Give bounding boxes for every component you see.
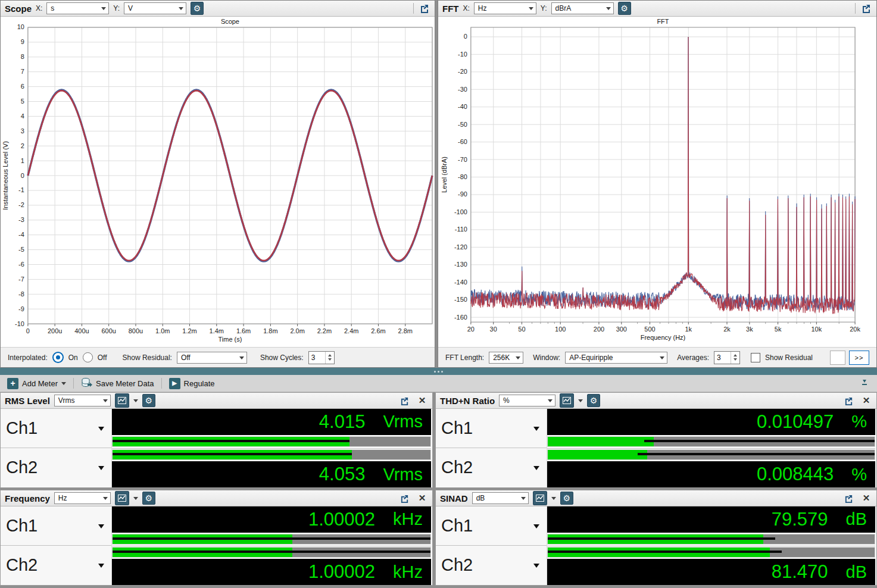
spinner-buttons[interactable] [731,352,739,364]
meter-header: RMS Level Vrms ⚙ ✕ [1,393,432,409]
save-data-icon [81,377,92,390]
channel-selector-ch2[interactable]: Ch2 [436,448,547,487]
level-bar-ch2 [112,547,431,558]
close-icon[interactable]: ✕ [860,492,872,504]
meter-style-button[interactable] [533,491,547,505]
level-bar-ch2 [112,449,431,460]
meter-style-button[interactable] [560,393,574,408]
meter-title: RMS Level [5,396,50,406]
svg-text:-6: -6 [18,261,24,268]
meter-settings-button[interactable]: ⚙ [142,394,155,407]
averages-input[interactable]: 3 [714,351,740,364]
interpolated-label: Interpolated: [8,354,48,362]
meter-value: 79.579 [772,509,828,530]
gear-icon: ⚙ [563,494,570,502]
svg-text:-8: -8 [18,290,24,298]
play-icon: ▶ [169,378,180,389]
close-icon[interactable]: ✕ [416,395,428,406]
meter-unit-select[interactable]: Vrms [54,395,111,406]
chevron-down-icon[interactable] [551,497,556,502]
meter-sinad: SINAD dB ⚙ ✕ Ch1 Ch2 79.579dB 81.470dB [435,490,877,586]
open-new-window-icon[interactable] [398,492,410,504]
scope-x-unit-select[interactable]: s [46,2,109,14]
scope-plot-area[interactable]: 109876543210-1-2-3-4-5-6-7-8-9-100200u40… [1,17,435,347]
fft-panel: FFT X: Hz Y: dBrA ⚙ 0-10-20-30-40-50-60-… [438,0,877,368]
show-residual-checkbox[interactable] [751,353,760,362]
interpolated-on-label: On [68,354,78,362]
gear-icon: ⚙ [193,4,201,12]
svg-text:2.2m: 2.2m [317,327,332,334]
open-new-window-icon[interactable] [842,395,854,406]
meter-value: 1.00002 [308,561,375,583]
interpolated-off-radio[interactable] [83,352,93,362]
open-new-window-icon[interactable] [419,2,430,14]
level-bar-ch1 [547,534,875,545]
regulate-button[interactable]: ▶ Regulate [167,377,217,390]
svg-text:8: 8 [21,53,24,60]
svg-text:2.8m: 2.8m [398,327,413,334]
channel-selector-ch1[interactable]: Ch1 [436,409,547,448]
channel-selector-ch1[interactable]: Ch1 [1,409,111,448]
svg-text:1.2m: 1.2m [182,327,196,334]
close-icon[interactable]: ✕ [416,492,428,504]
show-cycles-input[interactable]: 3 [308,351,335,364]
svg-text:200u: 200u [48,327,62,334]
svg-text:100: 100 [555,326,566,333]
svg-text:2.4m: 2.4m [344,327,358,334]
meter-style-button[interactable] [115,491,129,505]
interpolated-off-label: Off [98,354,107,362]
channel-selector-ch2[interactable]: Ch2 [436,546,547,584]
divider [855,3,856,14]
channel-selector-ch2[interactable]: Ch2 [1,448,111,487]
window-select[interactable]: AP-Equiripple [565,352,667,364]
fft-x-unit-select[interactable]: Hz [474,2,536,14]
meter-unit-select[interactable]: % [499,395,555,406]
meter-settings-button[interactable]: ⚙ [142,492,155,505]
svg-text:1k: 1k [685,326,692,333]
svg-text:FFT: FFT [657,18,669,25]
blank-button[interactable] [830,351,845,365]
channel-labels: Ch1 Ch2 [436,409,547,487]
close-icon[interactable]: ✕ [860,395,872,406]
scope-settings-button[interactable]: ⚙ [191,2,204,15]
open-new-window-icon[interactable] [398,395,410,406]
fft-settings-button[interactable]: ⚙ [618,2,631,15]
fft-length-select[interactable]: 256K [489,352,523,364]
svg-text:1.0m: 1.0m [155,327,170,334]
meter-display-ch1: 4.015Vrms [112,409,431,435]
channel-label: Ch2 [441,458,473,477]
meter-unit-select[interactable]: Hz [54,492,111,504]
meter-settings-button[interactable]: ⚙ [587,394,600,407]
meter-unit-select[interactable]: dB [472,492,529,504]
fft-panel-title: FFT [442,4,459,14]
channel-selector-ch2[interactable]: Ch2 [1,546,111,584]
chevron-down-icon [179,7,183,12]
chevron-down-icon[interactable] [133,497,138,502]
fft-plot-area[interactable]: 0-10-20-30-40-50-60-70-80-90-100-110-120… [438,17,876,347]
open-new-window-icon[interactable] [842,492,854,504]
show-residual-select[interactable]: Off [177,352,247,364]
meter-unit: % [851,412,867,431]
fft-y-unit-select[interactable]: dBrA [551,2,614,14]
scope-controls-bar: Interpolated: On Off Show Residual: Off … [1,347,435,367]
divider [112,546,431,546]
collapse-panel-icon[interactable] [860,379,869,388]
add-meter-button[interactable]: + Add Meter [5,377,68,390]
level-bar-ch1 [547,436,875,447]
meter-style-button[interactable] [115,393,129,408]
more-options-button[interactable]: >> [849,351,869,365]
meter-header: Frequency Hz ⚙ ✕ [1,490,432,506]
interpolated-on-radio[interactable] [52,352,64,363]
open-new-window-icon[interactable] [860,2,872,14]
horizontal-splitter[interactable] [0,368,877,375]
chevron-down-icon[interactable] [133,399,138,405]
save-meter-data-button[interactable]: Save Meter Data [79,376,157,391]
channel-selector-ch1[interactable]: Ch1 [1,506,111,545]
svg-text:-7: -7 [18,276,24,283]
show-cycles-label: Show Cycles: [260,354,304,362]
meter-settings-button[interactable]: ⚙ [560,492,573,505]
spinner-buttons[interactable] [325,352,334,364]
scope-y-unit-select[interactable]: V [124,2,186,14]
chevron-down-icon[interactable] [578,399,583,405]
channel-selector-ch1[interactable]: Ch1 [436,506,547,545]
